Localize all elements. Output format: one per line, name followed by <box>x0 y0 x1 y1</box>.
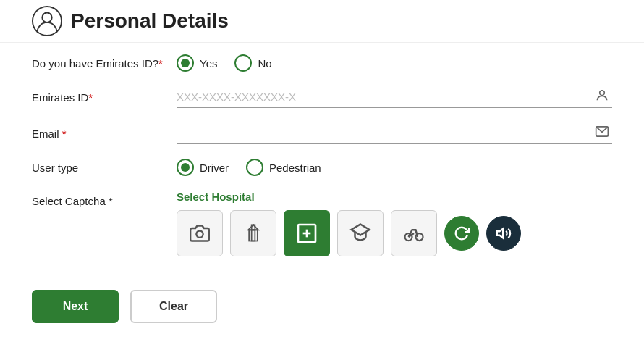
captcha-graduation-button[interactable] <box>337 210 384 256</box>
emirates-no-option[interactable]: No <box>234 54 271 72</box>
driver-option[interactable]: Driver <box>177 159 229 176</box>
emirates-yes-label: Yes <box>200 57 217 70</box>
pedestrian-option[interactable]: Pedestrian <box>246 159 321 176</box>
svg-marker-6 <box>248 225 258 230</box>
driver-label: Driver <box>200 162 229 174</box>
user-type-label: User type <box>32 162 177 174</box>
captcha-sound-button[interactable] <box>486 216 521 251</box>
svg-point-4 <box>196 231 203 238</box>
emirates-no-radio[interactable] <box>234 54 252 72</box>
bicycle-icon <box>403 222 425 244</box>
captcha-label: Select Captcha * <box>32 191 177 207</box>
emirates-id-wrapper <box>177 86 612 108</box>
emirates-id-label: Emirates ID* <box>32 91 177 104</box>
clear-button[interactable]: Clear <box>130 290 217 323</box>
page-header: Personal Details <box>0 0 644 43</box>
captcha-refresh-button[interactable] <box>444 216 479 251</box>
emirates-no-label: No <box>258 57 271 70</box>
form-body: Do you have Emirates ID?* Yes No Emirate… <box>0 43 644 283</box>
captcha-control: Select Hospital <box>177 191 612 256</box>
emirates-yes-option[interactable]: Yes <box>177 54 217 72</box>
graduation-icon <box>349 222 371 244</box>
svg-rect-7 <box>249 230 258 241</box>
pedestrian-radio[interactable] <box>246 159 263 176</box>
user-type-radio-group: Driver Pedestrian <box>177 159 612 176</box>
captcha-row: Select Captcha * Select Hospital <box>32 191 612 256</box>
emirates-id-control <box>177 86 612 108</box>
footer-buttons: Next Clear <box>0 283 644 330</box>
email-icon <box>595 125 609 143</box>
captcha-target: Hospital <box>211 191 254 203</box>
svg-point-2 <box>600 91 605 96</box>
emirates-question-label: Do you have Emirates ID?* <box>32 57 177 70</box>
email-wrapper <box>177 122 612 144</box>
svg-point-1 <box>42 13 51 22</box>
emirates-id-input[interactable] <box>177 86 612 108</box>
captcha-instruction: Select Hospital <box>177 191 612 203</box>
user-type-control: Driver Pedestrian <box>177 159 612 176</box>
svg-rect-8 <box>252 230 255 241</box>
emirates-question-control: Yes No <box>177 54 612 72</box>
page-title: Personal Details <box>71 9 229 33</box>
building-icon <box>243 223 263 243</box>
refresh-icon <box>454 225 470 241</box>
captcha-bicycle-button[interactable] <box>391 210 437 256</box>
person-icon <box>595 88 609 107</box>
captcha-hospital-button[interactable] <box>284 210 330 256</box>
camera-icon <box>190 223 210 243</box>
pedestrian-label: Pedestrian <box>269 162 321 174</box>
driver-radio[interactable] <box>177 159 194 176</box>
email-label: Email * <box>32 128 177 140</box>
emirates-id-row: Emirates ID* <box>32 86 612 108</box>
user-type-row: User type Driver Pedestrian <box>32 159 612 176</box>
user-icon <box>32 6 62 36</box>
captcha-camera-button[interactable] <box>177 210 223 256</box>
email-row: Email * <box>32 122 612 144</box>
email-input[interactable] <box>177 122 612 144</box>
emirates-yes-radio[interactable] <box>177 54 194 72</box>
sound-icon <box>496 225 512 241</box>
emirates-radio-group: Yes No <box>177 54 612 72</box>
next-button[interactable]: Next <box>32 290 119 323</box>
email-control <box>177 122 612 144</box>
captcha-building-button[interactable] <box>230 210 276 256</box>
captcha-icons-group <box>177 210 612 256</box>
hospital-icon <box>295 222 318 245</box>
svg-marker-16 <box>497 229 503 238</box>
emirates-question-row: Do you have Emirates ID?* Yes No <box>32 54 612 72</box>
